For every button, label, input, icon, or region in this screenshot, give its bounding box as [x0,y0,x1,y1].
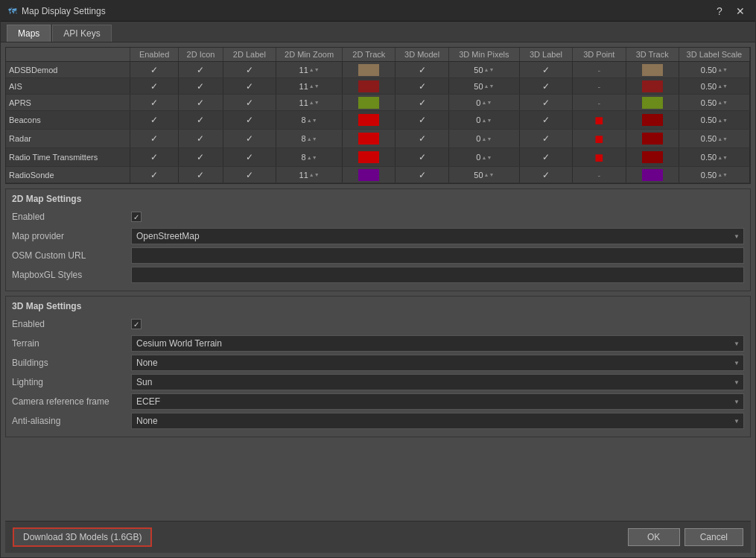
tab-maps[interactable]: Maps [7,25,51,42]
row-3d-label[interactable]: ✓ [519,167,572,183]
row-2d-icon[interactable]: ✓ [179,167,223,183]
2d-provider-control: OpenStreetMap [131,228,744,244]
row-2d-minzoom[interactable]: 11▲▼ [276,62,343,78]
row-2d-minzoom[interactable]: 8▲▼ [276,130,343,148]
row-2d-minzoom[interactable]: 11▲▼ [276,78,343,95]
download-3d-models-button[interactable]: Download 3D Models (1.6GB) [13,527,152,547]
help-button[interactable]: ? [711,4,728,19]
2d-osm-url-input[interactable] [131,247,744,264]
row-enabled[interactable]: ✓ [130,167,178,183]
row-3d-track[interactable] [626,95,679,111]
row-2d-track[interactable] [343,78,396,95]
row-2d-label[interactable]: ✓ [223,62,276,78]
row-3d-model[interactable]: ✓ [396,167,448,183]
row-3d-labelscale[interactable]: 0.50▲▼ [679,148,749,167]
row-enabled[interactable]: ✓ [130,130,178,148]
row-3d-track[interactable] [626,167,679,183]
row-enabled[interactable]: ✓ [130,62,178,78]
row-2d-minzoom[interactable]: 8▲▼ [276,111,343,130]
row-2d-label[interactable]: ✓ [223,148,276,167]
row-enabled[interactable]: ✓ [130,78,178,95]
row-2d-icon[interactable]: ✓ [179,148,223,167]
row-3d-track[interactable] [626,130,679,148]
row-3d-minpix[interactable]: 50▲▼ [448,78,519,95]
cancel-button[interactable]: Cancel [684,528,743,546]
row-enabled[interactable]: ✓ [130,148,178,167]
row-3d-track[interactable] [626,78,679,95]
row-3d-minpix[interactable]: 0▲▼ [448,148,519,167]
row-2d-track[interactable] [343,62,396,78]
3d-antialiasing-dropdown[interactable]: None [131,413,744,429]
2d-provider-dropdown[interactable]: OpenStreetMap [131,228,744,244]
row-3d-model[interactable]: ✓ [396,130,448,148]
3d-terrain-dropdown[interactable]: Cesium World Terrain [131,335,744,352]
row-3d-model[interactable]: ✓ [396,95,448,111]
row-3d-track[interactable] [626,62,679,78]
row-2d-track[interactable] [343,111,396,130]
3d-section-title: 3D Map Settings [12,301,744,311]
row-3d-model[interactable]: ✓ [396,62,448,78]
table-scroll[interactable]: Enabled 2D Icon 2D Label 2D Min Zoom 2D … [6,48,750,183]
row-3d-label[interactable]: ✓ [519,62,572,78]
close-button[interactable]: ✕ [731,4,749,19]
row-3d-label[interactable]: ✓ [519,95,572,111]
row-3d-track[interactable] [626,111,679,130]
row-3d-labelscale[interactable]: 0.50▲▼ [679,62,749,78]
row-3d-labelscale[interactable]: 0.50▲▼ [679,95,749,111]
row-3d-labelscale[interactable]: 0.50▲▼ [679,167,749,183]
row-2d-icon[interactable]: ✓ [179,62,223,78]
row-2d-label[interactable]: ✓ [223,167,276,183]
row-2d-minzoom[interactable]: 8▲▼ [276,148,343,167]
row-3d-minpix[interactable]: 50▲▼ [448,167,519,183]
row-2d-minzoom[interactable]: 11▲▼ [276,167,343,183]
3d-lighting-label: Lighting [12,377,131,387]
row-2d-icon[interactable]: ✓ [179,78,223,95]
row-3d-point[interactable]: ■ [573,130,626,148]
row-3d-minpix[interactable]: 0▲▼ [448,111,519,130]
row-3d-point[interactable]: - [573,167,626,183]
3d-buildings-dropdown[interactable]: None [131,355,744,371]
row-3d-point[interactable]: ■ [573,111,626,130]
row-name: AIS [6,78,130,95]
tab-api-keys[interactable]: API Keys [52,25,111,42]
2d-enabled-checkbox[interactable]: ✓ [131,212,142,222]
2d-mapbox-input[interactable] [131,267,744,283]
row-2d-track[interactable] [343,130,396,148]
row-2d-track[interactable] [343,95,396,111]
dialog-window: 🗺 Map Display Settings ? ✕ Maps API Keys [0,0,756,558]
row-3d-point[interactable]: ■ [573,148,626,167]
row-2d-track[interactable] [343,148,396,167]
row-3d-minpix[interactable]: 0▲▼ [448,95,519,111]
row-3d-point[interactable]: - [573,95,626,111]
row-3d-point[interactable]: - [573,62,626,78]
row-enabled[interactable]: ✓ [130,111,178,130]
3d-camera-dropdown[interactable]: ECEF [131,393,744,410]
row-3d-labelscale[interactable]: 0.50▲▼ [679,111,749,130]
row-3d-track[interactable] [626,148,679,167]
row-2d-minzoom[interactable]: 11▲▼ [276,95,343,111]
row-3d-model[interactable]: ✓ [396,148,448,167]
row-2d-icon[interactable]: ✓ [179,95,223,111]
row-3d-label[interactable]: ✓ [519,78,572,95]
row-3d-label[interactable]: ✓ [519,111,572,130]
ok-button[interactable]: OK [628,528,680,546]
row-3d-labelscale[interactable]: 0.50▲▼ [679,130,749,148]
row-2d-label[interactable]: ✓ [223,130,276,148]
row-3d-point[interactable]: - [573,78,626,95]
row-2d-label[interactable]: ✓ [223,95,276,111]
row-3d-model[interactable]: ✓ [396,111,448,130]
row-3d-minpix[interactable]: 50▲▼ [448,62,519,78]
row-3d-label[interactable]: ✓ [519,130,572,148]
3d-lighting-dropdown[interactable]: Sun [131,374,744,390]
3d-enabled-checkbox[interactable]: ✓ [131,319,142,329]
row-3d-label[interactable]: ✓ [519,148,572,167]
row-3d-minpix[interactable]: 0▲▼ [448,130,519,148]
row-3d-labelscale[interactable]: 0.50▲▼ [679,78,749,95]
row-2d-track[interactable] [343,167,396,183]
row-2d-icon[interactable]: ✓ [179,111,223,130]
row-2d-label[interactable]: ✓ [223,78,276,95]
row-2d-icon[interactable]: ✓ [179,130,223,148]
row-3d-model[interactable]: ✓ [396,78,448,95]
row-2d-label[interactable]: ✓ [223,111,276,130]
row-enabled[interactable]: ✓ [130,95,178,111]
